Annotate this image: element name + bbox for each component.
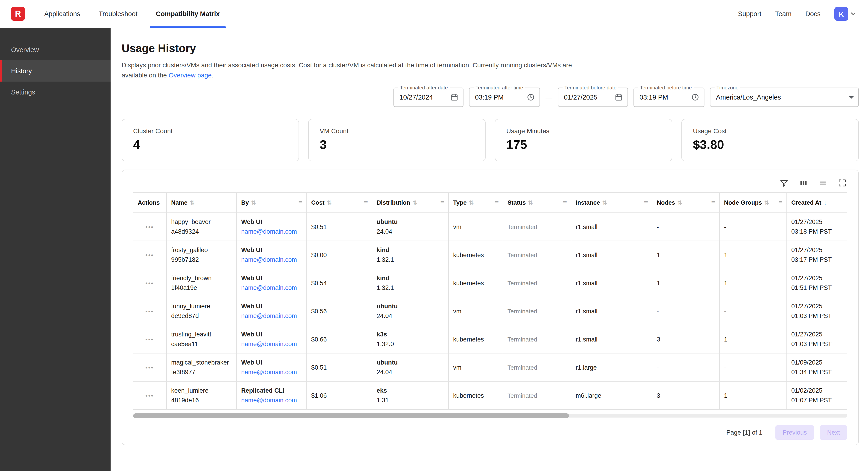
replicated-logo[interactable]: R xyxy=(11,7,25,21)
email-link[interactable]: name@domain.com xyxy=(241,228,297,235)
cell-name: keen_lumiere4819de16 xyxy=(166,382,236,410)
column-header-type[interactable]: Type xyxy=(448,193,503,213)
page-description: Displays prior clusters/VMs and their as… xyxy=(122,60,573,81)
created-time: 01:03 PM PST xyxy=(791,340,843,348)
usage-table: Actions Name By Cost Distribution Type S… xyxy=(133,193,847,410)
column-menu-icon[interactable] xyxy=(778,199,782,206)
cell-name: funny_lumierede9ed87d xyxy=(166,297,236,325)
cell-distribution: ubuntu24.04 xyxy=(372,213,448,241)
sort-icon[interactable] xyxy=(764,200,769,206)
sidebar-item-settings[interactable]: Settings xyxy=(0,82,111,103)
filter-icon[interactable] xyxy=(779,178,789,188)
scrollbar-thumb[interactable] xyxy=(133,414,569,418)
nav-item-troubleshoot[interactable]: Troubleshoot xyxy=(93,0,143,28)
sort-icon[interactable] xyxy=(251,200,256,206)
calendar-icon[interactable] xyxy=(450,93,458,101)
row-actions-button[interactable] xyxy=(145,280,154,287)
team-link[interactable]: Team xyxy=(775,10,792,18)
row-actions-button[interactable] xyxy=(145,392,154,399)
sort-icon[interactable] xyxy=(327,200,332,206)
docs-link[interactable]: Docs xyxy=(805,10,820,18)
nav-item-compatibility-matrix[interactable]: Compatibility Matrix xyxy=(150,0,226,28)
stat-label: Cluster Count xyxy=(133,127,287,135)
field-value[interactable]: America/Los_Angeles xyxy=(716,94,846,101)
sidebar-item-overview[interactable]: Overview xyxy=(0,39,111,60)
column-menu-icon[interactable] xyxy=(298,199,303,206)
account-menu[interactable]: K xyxy=(834,7,857,21)
column-menu-icon[interactable] xyxy=(563,199,567,206)
field-value[interactable]: 03:19 PM xyxy=(640,94,688,101)
column-menu-icon[interactable] xyxy=(364,199,368,206)
cell-cost: $0.51 xyxy=(306,353,372,382)
columns-icon[interactable] xyxy=(799,178,809,188)
email-link[interactable]: name@domain.com xyxy=(241,257,297,263)
horizontal-scrollbar xyxy=(133,414,847,418)
cell-created-at: 01/27/202501:03 PM PST xyxy=(786,297,847,325)
email-link[interactable]: name@domain.com xyxy=(241,341,297,348)
density-icon[interactable] xyxy=(818,178,828,188)
cell-name: frosty_galileo995b7182 xyxy=(166,241,236,269)
sort-icon[interactable] xyxy=(469,200,474,206)
created-date: 01/27/2025 xyxy=(791,331,843,338)
timezone-select[interactable]: Timezone America/Los_Angeles xyxy=(710,88,859,107)
email-link[interactable]: name@domain.com xyxy=(241,285,297,292)
clock-icon[interactable] xyxy=(527,93,535,101)
avatar[interactable]: K xyxy=(834,7,848,21)
sort-icon[interactable] xyxy=(602,200,607,206)
created-time: 01:34 PM PST xyxy=(791,369,843,376)
next-page-button[interactable]: Next xyxy=(819,425,847,440)
terminated-before-date-field[interactable]: Terminated before date 01/27/2025 xyxy=(558,88,628,107)
column-menu-icon[interactable] xyxy=(440,199,444,206)
calendar-icon[interactable] xyxy=(615,93,623,101)
row-actions-button[interactable] xyxy=(145,224,154,230)
column-header-distribution[interactable]: Distribution xyxy=(372,193,448,213)
column-header-created-at[interactable]: Created At xyxy=(786,193,847,213)
created-by: Web UI xyxy=(241,218,302,226)
fullscreen-icon[interactable] xyxy=(837,178,847,188)
sort-icon[interactable] xyxy=(528,200,533,206)
email-link[interactable]: name@domain.com xyxy=(241,369,297,376)
row-actions-button[interactable] xyxy=(145,252,154,259)
support-link[interactable]: Support xyxy=(738,10,761,18)
dropdown-arrow-icon[interactable] xyxy=(849,96,854,99)
column-header-cost[interactable]: Cost xyxy=(306,193,372,213)
field-label: Terminated before time xyxy=(638,85,693,91)
field-value[interactable]: 03:19 PM xyxy=(475,94,524,101)
sort-icon[interactable] xyxy=(677,200,682,206)
email-link[interactable]: name@domain.com xyxy=(241,313,297,320)
cell-node-groups: - xyxy=(719,213,786,241)
sort-icon[interactable] xyxy=(412,200,417,206)
sort-desc-icon[interactable] xyxy=(824,200,827,206)
column-header-nodes[interactable]: Nodes xyxy=(652,193,719,213)
terminated-before-time-field[interactable]: Terminated before time 03:19 PM xyxy=(633,88,705,107)
row-actions-button[interactable] xyxy=(145,364,154,371)
cell-name: magical_stonebrakerfe3f8977 xyxy=(166,353,236,382)
column-header-instance[interactable]: Instance xyxy=(571,193,652,213)
terminated-after-date-field[interactable]: Terminated after date 10/27/2024 xyxy=(394,88,464,107)
column-header-node-groups[interactable]: Node Groups xyxy=(719,193,786,213)
nav-item-applications[interactable]: Applications xyxy=(38,0,86,28)
clock-icon[interactable] xyxy=(691,93,700,101)
previous-page-button[interactable]: Previous xyxy=(775,425,814,440)
cell-nodes: - xyxy=(652,213,719,241)
column-header-by[interactable]: By xyxy=(236,193,306,213)
field-value[interactable]: 10/27/2024 xyxy=(399,94,447,101)
cell-instance: r1.small xyxy=(571,269,652,297)
cell-type: vm xyxy=(448,297,503,325)
column-header-name[interactable]: Name xyxy=(166,193,236,213)
column-menu-icon[interactable] xyxy=(644,199,648,206)
row-actions-button[interactable] xyxy=(145,308,154,315)
column-menu-icon[interactable] xyxy=(711,199,715,206)
distribution-name: kind xyxy=(377,246,443,254)
content-shell: Overview History Settings Usage History … xyxy=(0,28,868,471)
sidebar-item-history[interactable]: History xyxy=(0,60,111,82)
column-menu-icon[interactable] xyxy=(495,199,499,206)
sort-icon[interactable] xyxy=(190,200,194,206)
field-value[interactable]: 01/27/2025 xyxy=(564,94,612,101)
overview-page-link[interactable]: Overview page xyxy=(168,71,212,79)
terminated-after-time-field[interactable]: Terminated after time 03:19 PM xyxy=(469,88,540,107)
email-link[interactable]: name@domain.com xyxy=(241,397,297,404)
column-header-status[interactable]: Status xyxy=(503,193,571,213)
cell-actions xyxy=(133,325,166,353)
row-actions-button[interactable] xyxy=(145,336,154,343)
